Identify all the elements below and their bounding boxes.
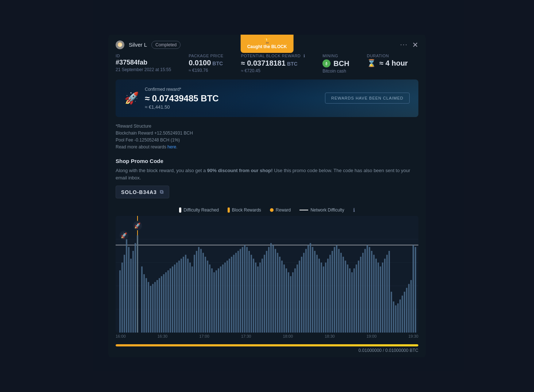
svg-rect-8 bbox=[121, 263, 123, 333]
close-button[interactable]: ✕ bbox=[412, 41, 418, 48]
hourglass-icon: ⌛ bbox=[367, 59, 376, 67]
svg-rect-9 bbox=[124, 255, 125, 333]
promo-description: Along with the block reward, you also ge… bbox=[116, 167, 418, 181]
duration-group: Duration ⌛ ≈ 4 hour bbox=[367, 54, 408, 74]
blockchain-reward: Blockchain Reward +12.50524931 BCH bbox=[116, 130, 418, 137]
svg-rect-46 bbox=[207, 261, 208, 333]
svg-rect-137 bbox=[406, 288, 407, 333]
block-rewards-indicator bbox=[228, 207, 230, 213]
reward-left: 🚀 Confirmed reward* ≈ 0.07439485 BTC ≈ €… bbox=[124, 87, 219, 110]
svg-rect-73 bbox=[266, 251, 267, 333]
svg-rect-108 bbox=[343, 257, 344, 333]
svg-rect-62 bbox=[242, 247, 243, 333]
svg-rect-97 bbox=[318, 259, 320, 333]
svg-rect-131 bbox=[393, 302, 394, 333]
svg-rect-140 bbox=[413, 245, 414, 333]
legend-info-icon[interactable]: ℹ bbox=[353, 207, 355, 213]
svg-rect-42 bbox=[198, 247, 200, 333]
chart-x-labels: 16:00 16:30 17:00 17:30 18:00 18:30 19:0… bbox=[108, 333, 426, 341]
modal-info-section: ID #37584fab 21 September 2022 at 15:55 … bbox=[108, 54, 426, 79]
svg-rect-29 bbox=[170, 268, 171, 333]
reward-indicator bbox=[270, 208, 274, 212]
svg-rect-63 bbox=[244, 245, 245, 333]
promo-code-value: SOLO-B34A3 bbox=[121, 189, 157, 195]
svg-rect-54 bbox=[224, 263, 226, 333]
svg-rect-35 bbox=[183, 257, 184, 333]
svg-rect-105 bbox=[336, 245, 337, 333]
svg-rect-89 bbox=[301, 257, 302, 333]
svg-rect-98 bbox=[321, 263, 322, 333]
svg-rect-91 bbox=[305, 249, 307, 333]
confirmed-amount: ≈ 0.07439485 BTC bbox=[145, 93, 219, 104]
potential-reward-value: ≈ 0.03718181BTC bbox=[241, 59, 305, 67]
svg-rect-125 bbox=[380, 267, 381, 333]
svg-rect-47 bbox=[209, 265, 210, 333]
read-more: Read more about rewards here. bbox=[116, 144, 418, 151]
svg-rect-79 bbox=[279, 257, 280, 333]
svg-rect-60 bbox=[237, 251, 239, 333]
svg-rect-85 bbox=[292, 272, 294, 333]
svg-rect-43 bbox=[200, 249, 202, 333]
svg-rect-118 bbox=[364, 249, 366, 333]
svg-rect-113 bbox=[353, 268, 355, 333]
svg-rect-75 bbox=[270, 243, 272, 333]
id-group: ID #37584fab 21 September 2022 at 15:55 bbox=[116, 54, 171, 74]
svg-rect-55 bbox=[227, 261, 228, 333]
svg-rect-22 bbox=[154, 282, 156, 333]
svg-rect-49 bbox=[213, 272, 215, 333]
reward-structure-title: *Reward Structure bbox=[116, 123, 418, 130]
legend-difficulty-reached-label: Difficulty Reached bbox=[183, 207, 219, 213]
svg-rect-70 bbox=[259, 263, 261, 333]
mining-row: ₿ BCH bbox=[322, 59, 349, 68]
svg-rect-27 bbox=[165, 272, 167, 333]
caught-block-badge: 🏆 Caught the BLOCK bbox=[241, 35, 294, 53]
package-price-value: 0.0100BTC bbox=[189, 59, 224, 67]
copy-icon[interactable]: ⧉ bbox=[160, 189, 164, 195]
mining-coin-name: Bitcoin cash bbox=[322, 69, 349, 74]
svg-rect-34 bbox=[181, 259, 182, 333]
svg-rect-14 bbox=[135, 243, 136, 333]
svg-rect-120 bbox=[369, 247, 370, 333]
svg-rect-90 bbox=[303, 253, 305, 333]
svg-rect-52 bbox=[220, 267, 221, 333]
svg-rect-112 bbox=[351, 272, 353, 333]
claimed-button[interactable]: REWARDS HAVE BEEN CLAIMED bbox=[325, 93, 410, 104]
trophy-icon: 🏆 bbox=[247, 38, 287, 43]
svg-rect-61 bbox=[240, 249, 241, 333]
svg-rect-133 bbox=[397, 303, 399, 333]
svg-rect-92 bbox=[307, 245, 309, 333]
x-label-6: 19:00 bbox=[367, 334, 377, 338]
reward-info: Confirmed reward* ≈ 0.07439485 BTC ≈ €1,… bbox=[145, 87, 219, 110]
svg-rect-28 bbox=[167, 271, 169, 333]
svg-rect-58 bbox=[233, 255, 235, 333]
svg-rect-44 bbox=[202, 253, 204, 333]
potential-reward-group: Potential Block Reward ℹ ≈ 0.03718181BTC… bbox=[241, 54, 305, 74]
pool-fee: Pool Fee -0.12505248 BCH (1%) bbox=[116, 137, 418, 144]
svg-rect-48 bbox=[211, 268, 213, 333]
svg-rect-38 bbox=[189, 263, 191, 333]
svg-rect-124 bbox=[378, 263, 379, 333]
info-icon[interactable]: ℹ bbox=[303, 54, 305, 58]
read-more-link[interactable]: here bbox=[167, 144, 176, 150]
svg-rect-107 bbox=[340, 253, 342, 333]
confirmed-euro: ≈ €1,441.50 bbox=[145, 104, 219, 110]
x-label-4: 18:00 bbox=[283, 334, 293, 338]
svg-rect-134 bbox=[399, 300, 401, 333]
svg-rect-10 bbox=[126, 239, 127, 333]
svg-rect-81 bbox=[283, 265, 285, 333]
modal-backdrop: 🏆 Caught the BLOCK 🌕 Silver L Completed … bbox=[0, 0, 534, 392]
svg-rect-111 bbox=[349, 268, 351, 333]
svg-rect-84 bbox=[290, 276, 291, 333]
modal-title-area: 🌕 Silver L Completed bbox=[116, 40, 181, 49]
svg-rect-96 bbox=[316, 255, 318, 333]
svg-rect-36 bbox=[185, 255, 186, 333]
status-badge: Completed bbox=[151, 41, 181, 49]
svg-rect-68 bbox=[255, 263, 256, 333]
legend-block-rewards: Block Rewards bbox=[228, 207, 261, 213]
svg-rect-16 bbox=[141, 267, 143, 333]
svg-rect-51 bbox=[218, 268, 219, 333]
svg-rect-114 bbox=[356, 265, 357, 333]
svg-rect-95 bbox=[314, 251, 316, 333]
more-options-button[interactable]: ··· bbox=[400, 41, 408, 48]
reward-banner: 🚀 Confirmed reward* ≈ 0.07439485 BTC ≈ €… bbox=[116, 79, 418, 117]
